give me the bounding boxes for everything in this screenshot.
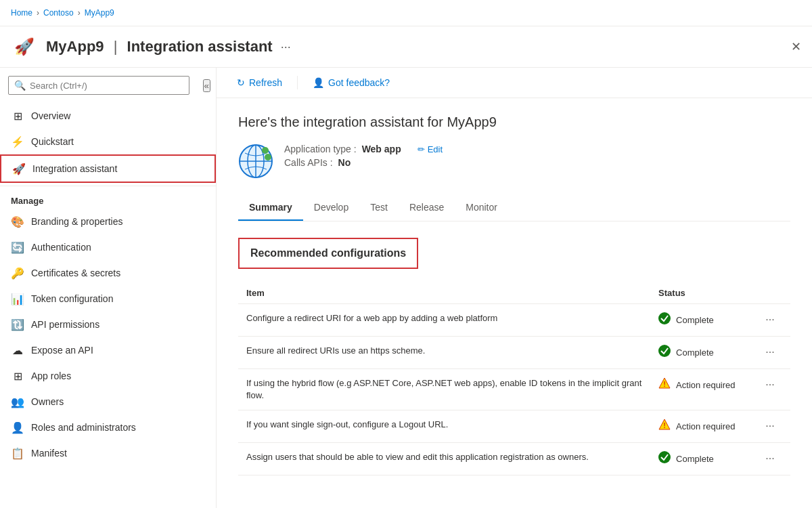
table-row: Assign users that should be able to view… bbox=[238, 443, 790, 475]
status-label: Action required bbox=[676, 421, 735, 431]
sidebar-item-authentication[interactable]: 🔄 Authentication bbox=[0, 234, 216, 260]
sidebar-item-app-roles[interactable]: ⊞ App roles bbox=[0, 363, 216, 389]
sidebar-item-manifest[interactable]: 📋 Manifest bbox=[0, 440, 216, 466]
more-options-button[interactable]: ··· bbox=[761, 345, 778, 360]
svg-point-6 bbox=[262, 147, 269, 154]
svg-text:!: ! bbox=[663, 380, 666, 388]
feedback-icon: 👤 bbox=[313, 77, 324, 88]
table-row: If using the hybrid flow (e.g ASP.NET Co… bbox=[238, 369, 790, 410]
table-header-status: Status bbox=[650, 282, 753, 304]
config-item-text: Configure a redirect URI for a web app b… bbox=[238, 304, 650, 337]
roles-admins-icon: 👤 bbox=[11, 421, 24, 434]
sidebar-item-overview[interactable]: ⊞ Overview bbox=[0, 103, 216, 129]
breadcrumb: Home › Contoso › MyApp9 bbox=[0, 0, 812, 26]
more-options-button[interactable]: ··· bbox=[761, 312, 778, 327]
search-box[interactable]: 🔍 bbox=[8, 76, 189, 95]
sidebar-item-owners[interactable]: 👥 Owners bbox=[0, 389, 216, 415]
configurations-table: Item Status Configure a redirect URI for… bbox=[238, 282, 790, 475]
app-type-value: Web app bbox=[362, 144, 401, 154]
sidebar-item-quickstart[interactable]: ⚡ Quickstart bbox=[0, 129, 216, 154]
sidebar-item-api-permissions[interactable]: 🔃 API permissions bbox=[0, 312, 216, 337]
manage-section-label: Manage bbox=[0, 189, 216, 209]
table-header-item: Item bbox=[238, 282, 650, 304]
content-tabs: Summary Develop Test Release Monitor bbox=[238, 195, 790, 221]
sidebar-item-token-config[interactable]: 📊 Token configuration bbox=[0, 286, 216, 312]
search-icon: 🔍 bbox=[14, 80, 26, 91]
header-more-button[interactable]: ··· bbox=[281, 40, 291, 54]
config-item-text: Assign users that should be able to view… bbox=[238, 443, 650, 475]
row-more-options[interactable]: ··· bbox=[753, 410, 790, 443]
config-status-cell: Complete bbox=[650, 304, 753, 337]
refresh-button[interactable]: ↻ Refresh bbox=[233, 75, 286, 91]
svg-text:🚀: 🚀 bbox=[14, 37, 35, 56]
close-icon[interactable]: ✕ bbox=[791, 39, 801, 54]
more-options-button[interactable]: ··· bbox=[761, 419, 778, 433]
branding-icon: 🎨 bbox=[11, 215, 24, 228]
config-status-cell: Complete bbox=[650, 443, 753, 475]
edit-icon: ✏ bbox=[418, 144, 425, 154]
tab-release[interactable]: Release bbox=[399, 195, 455, 221]
config-status-cell: !Action required bbox=[650, 369, 753, 410]
app-info-section: Application type : Web app ✏ Edit Calls … bbox=[238, 144, 790, 179]
tab-monitor[interactable]: Monitor bbox=[455, 195, 508, 221]
config-status-cell: !Action required bbox=[650, 410, 753, 443]
tab-develop[interactable]: Develop bbox=[303, 195, 359, 221]
breadcrumb-app[interactable]: MyApp9 bbox=[85, 8, 114, 18]
sidebar-item-integration-assistant[interactable]: 🚀 Integration assistant bbox=[0, 154, 216, 183]
app-globe-icon bbox=[238, 144, 273, 179]
config-status-cell: Complete bbox=[650, 337, 753, 369]
more-options-button[interactable]: ··· bbox=[761, 451, 778, 466]
feedback-button[interactable]: 👤 Got feedback? bbox=[309, 75, 394, 91]
edit-button[interactable]: ✏ Edit bbox=[418, 144, 443, 154]
svg-point-14 bbox=[658, 451, 671, 463]
app-roles-icon: ⊞ bbox=[11, 369, 24, 383]
config-item-text: Ensure all redirect URIs use an https sc… bbox=[238, 337, 650, 369]
api-permissions-icon: 🔃 bbox=[11, 318, 24, 331]
search-input[interactable] bbox=[30, 81, 183, 91]
tab-test[interactable]: Test bbox=[359, 195, 399, 221]
integration-icon: 🚀 bbox=[12, 162, 26, 175]
certificates-icon: 🔑 bbox=[11, 266, 24, 280]
token-icon: 📊 bbox=[11, 292, 24, 305]
manifest-icon: 📋 bbox=[11, 446, 24, 460]
config-item-text: If you want single sign-out, configure a… bbox=[238, 410, 650, 443]
row-more-options[interactable]: ··· bbox=[753, 369, 790, 410]
sidebar-item-expose-api[interactable]: ☁ Expose an API bbox=[0, 337, 216, 363]
row-more-options[interactable]: ··· bbox=[753, 443, 790, 475]
table-row: If you want single sign-out, configure a… bbox=[238, 410, 790, 443]
nav-divider bbox=[0, 186, 216, 186]
svg-point-7 bbox=[265, 154, 271, 161]
complete-icon bbox=[658, 345, 671, 360]
expose-api-icon: ☁ bbox=[11, 343, 24, 357]
svg-point-9 bbox=[658, 345, 671, 357]
recommended-configurations-title: Recommended configurations bbox=[238, 238, 418, 269]
table-header-actions bbox=[753, 282, 790, 304]
app-header: 🚀 MyApp9 | Integration assistant ··· ✕ bbox=[0, 26, 812, 68]
calls-apis-row: Calls APIs : No bbox=[284, 157, 443, 168]
breadcrumb-contoso[interactable]: Contoso bbox=[43, 8, 74, 18]
toolbar: ↻ Refresh 👤 Got feedback? bbox=[217, 68, 812, 98]
overview-icon: ⊞ bbox=[11, 109, 24, 123]
sidebar-item-certificates[interactable]: 🔑 Certificates & secrets bbox=[0, 260, 216, 286]
quickstart-icon: ⚡ bbox=[11, 135, 24, 148]
app-type-row: Application type : Web app ✏ Edit bbox=[284, 144, 443, 154]
svg-text:!: ! bbox=[663, 421, 666, 429]
content-inner: Here's the integration assistant for MyA… bbox=[217, 98, 812, 492]
owners-icon: 👥 bbox=[11, 395, 24, 408]
sidebar-item-branding[interactable]: 🎨 Branding & properties bbox=[0, 209, 216, 234]
refresh-icon: ↻ bbox=[237, 77, 245, 88]
table-row: Ensure all redirect URIs use an https sc… bbox=[238, 337, 790, 369]
row-more-options[interactable]: ··· bbox=[753, 304, 790, 337]
sidebar: 🔍 « ⊞ Overview ⚡ Quickstart 🚀 Integratio… bbox=[0, 68, 217, 508]
sidebar-navigation: ⊞ Overview ⚡ Quickstart 🚀 Integration as… bbox=[0, 103, 216, 508]
tab-summary[interactable]: Summary bbox=[238, 195, 303, 221]
sidebar-item-roles-administrators[interactable]: 👤 Roles and administrators bbox=[0, 415, 216, 440]
calls-apis-label: Calls APIs : bbox=[284, 157, 333, 168]
breadcrumb-home[interactable]: Home bbox=[11, 8, 32, 18]
status-label: Complete bbox=[676, 454, 714, 464]
collapse-sidebar-button[interactable]: « bbox=[203, 79, 210, 92]
complete-icon bbox=[658, 312, 671, 328]
more-options-button[interactable]: ··· bbox=[761, 377, 778, 392]
row-more-options[interactable]: ··· bbox=[753, 337, 790, 369]
status-label: Complete bbox=[676, 315, 714, 325]
